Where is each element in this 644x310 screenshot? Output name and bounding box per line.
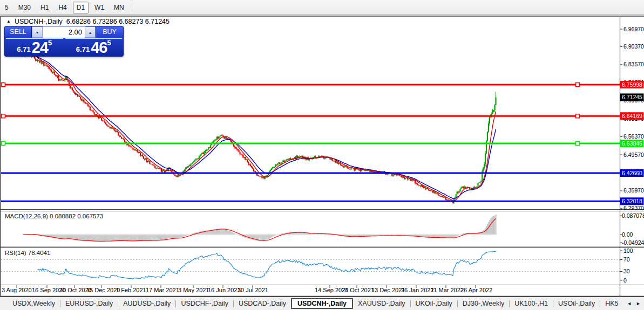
svg-text:6.29370: 6.29370 — [623, 205, 644, 211]
svg-text:100: 100 — [623, 247, 633, 254]
svg-text:28 Oct 2021: 28 Oct 2021 — [342, 287, 374, 293]
svg-text:0: 0 — [623, 277, 627, 284]
svg-text:1 Feb 2021: 1 Feb 2021 — [116, 287, 146, 293]
timeframe-button-d1[interactable]: D1 — [73, 2, 89, 13]
chart-tab-dj30-weekly[interactable]: DJ30-,Weekly — [458, 299, 510, 308]
timeframe-button-h4[interactable]: H4 — [55, 2, 70, 13]
svg-text:6.90370: 6.90370 — [623, 43, 644, 50]
chart-tab-usdcad-daily[interactable]: USDCAD-,Daily — [234, 299, 291, 308]
buy-price-big: 46 — [91, 40, 107, 55]
timeframe-button-h1[interactable]: H1 — [37, 2, 52, 13]
date-axis: 3 Aug 202016 Sep 202030 Oct 202015 Dec 2… — [2, 285, 492, 293]
svg-text:30 Jul 2021: 30 Jul 2021 — [238, 287, 268, 293]
chart-tabs: USDX,WeeklyEURUSD-,DailyAUDUSD-,DailyUSD… — [8, 297, 625, 310]
sell-price-display[interactable]: 6.71 24 5 — [6, 38, 63, 57]
buy-price-sup: 5 — [107, 39, 111, 47]
timeframe-button-5[interactable]: 5 — [1, 2, 12, 13]
svg-text:6.75998: 6.75998 — [622, 81, 642, 88]
svg-text:6.71245: 6.71245 — [622, 94, 642, 100]
svg-text:6.49570: 6.49570 — [623, 151, 644, 158]
chart-tab-audusd-daily[interactable]: AUDUSD-,Daily — [118, 299, 175, 308]
buy-button[interactable]: BUY — [96, 26, 123, 38]
collapse-arrow-icon[interactable]: ▲ — [6, 19, 11, 24]
timeframe-button-mn[interactable]: MN — [110, 2, 128, 13]
chart-tab-usdx-weekly[interactable]: USDX,Weekly — [8, 299, 60, 308]
sell-button[interactable]: SELL — [5, 26, 32, 38]
chart-tab-xauusd-daily[interactable]: XAUUSD-,Daily — [353, 299, 410, 308]
svg-text:70: 70 — [623, 256, 630, 263]
svg-text:6.56370: 6.56370 — [623, 133, 644, 140]
one-click-trading-panel: SELL ▼ ▲ BUY 6.71 24 5 6.71 46 5 — [4, 26, 124, 57]
volume-decrease-button[interactable]: ▼ — [32, 26, 43, 38]
svg-text:0.00: 0.00 — [622, 231, 633, 238]
chart-info-line: ▲ USDCNH-,Daily 6.68286 6.73286 6.68273 … — [6, 18, 170, 25]
buy-price-display[interactable]: 6.71 46 5 — [65, 38, 123, 57]
ohlc-values: 6.68286 6.73286 6.68273 6.71245 — [66, 18, 170, 25]
svg-text:6.96970: 6.96970 — [623, 26, 644, 32]
sell-price-prefix: 6.71 — [17, 45, 30, 53]
svg-text:16 Jun 2021: 16 Jun 2021 — [208, 287, 241, 293]
svg-text:6.64169: 6.64169 — [622, 113, 642, 119]
volume-increase-button[interactable]: ▲ — [85, 26, 96, 38]
symbol-period-label: USDCNH-,Daily — [15, 18, 63, 25]
svg-text:30: 30 — [623, 268, 630, 274]
tabs-scroll-right-icon[interactable]: ► — [636, 301, 641, 306]
volume-input[interactable] — [43, 26, 85, 38]
tabs-scroll-left-icon[interactable]: ◄ — [627, 301, 632, 306]
chart-tab-hk5[interactable]: HK5 — [600, 299, 623, 308]
timeframe-button-m30[interactable]: M30 — [15, 2, 35, 13]
svg-text:26 Apr 2022: 26 Apr 2022 — [460, 287, 492, 293]
sell-price-sup: 5 — [48, 39, 52, 47]
toolbar-separator — [132, 3, 132, 12]
svg-text:17 Mar 2021: 17 Mar 2021 — [146, 287, 179, 293]
sell-price-big: 24 — [32, 40, 48, 55]
svg-text:15 Dec 2020: 15 Dec 2020 — [86, 287, 120, 293]
svg-text:26 Jan 2022: 26 Jan 2022 — [401, 287, 434, 293]
chart-tab-eurusd-daily[interactable]: EURUSD-,Daily — [60, 299, 118, 308]
chart-tab-bar: USDX,WeeklyEURUSD-,DailyAUDUSD-,DailyUSD… — [0, 297, 644, 310]
svg-text:6.32018: 6.32018 — [622, 198, 642, 204]
buy-price-prefix: 6.71 — [76, 45, 90, 53]
timeframe-toolbar: 5M30H1H4D1W1MN — [0, 0, 644, 15]
svg-text:-0.049247: -0.049247 — [622, 239, 644, 246]
svg-text:6.42660: 6.42660 — [622, 170, 642, 176]
svg-text:13 Dec 2021: 13 Dec 2021 — [371, 287, 405, 293]
svg-text:6.83570: 6.83570 — [623, 61, 644, 67]
price-axis: 6.969706.903706.835706.767706.699706.631… — [620, 26, 644, 284]
svg-text:6.35970: 6.35970 — [623, 187, 644, 194]
rsi-label: RSI(14) 78.4041 — [5, 250, 50, 256]
timeframe-button-w1[interactable]: W1 — [91, 2, 108, 13]
volume-stepper: ▼ ▲ — [32, 26, 96, 38]
macd-label: MACD(12,26,9) 0.080882 0.067573 — [5, 213, 103, 219]
svg-text:0.087078: 0.087078 — [622, 212, 644, 219]
chart-tab-uk100-h1[interactable]: UK100-,H1 — [510, 299, 553, 308]
chart-tab-usdchf-daily[interactable]: USDCHF-,Daily — [176, 299, 233, 308]
svg-text:3 May 2021: 3 May 2021 — [178, 287, 209, 293]
svg-text:3 Aug 2020: 3 Aug 2020 — [2, 287, 32, 293]
chart-tab-usdcnh-daily[interactable]: USDCNH-,Daily — [291, 298, 353, 309]
svg-text:11 Mar 2022: 11 Mar 2022 — [431, 287, 464, 293]
svg-text:6.53845: 6.53845 — [622, 140, 642, 147]
chart-tab-ukoil-daily[interactable]: UKOil-,Daily — [411, 299, 457, 308]
chart-tab-usoil-daily[interactable]: USOil-,Daily — [553, 299, 600, 308]
